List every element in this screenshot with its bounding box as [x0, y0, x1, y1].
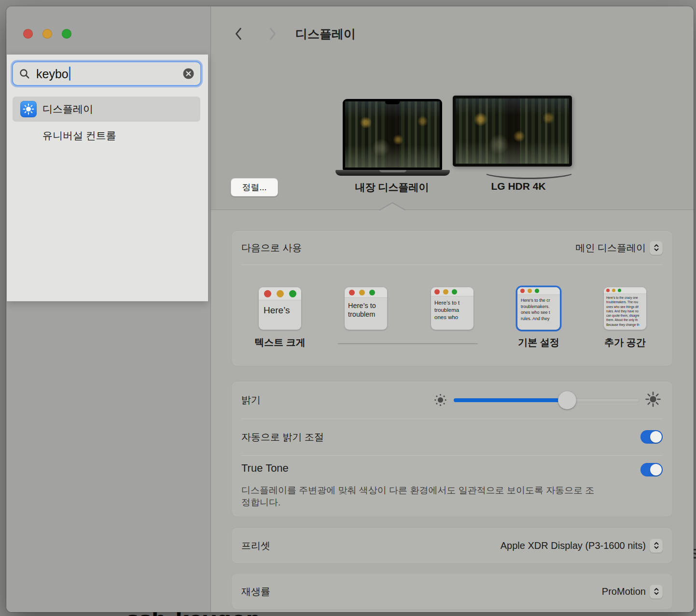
display-thumbnail-lg-hdr-4k[interactable] [453, 96, 572, 167]
refresh-rate-dropdown[interactable] [650, 585, 663, 599]
page-title: 디스플레이 [295, 26, 356, 42]
laptop-notch [385, 101, 400, 104]
text-cursor [69, 67, 70, 81]
separator [241, 265, 663, 265]
preset-label: 프리셋 [241, 539, 270, 552]
true-tone-description: 디스플레이를 주변광에 맞춰 색상이 다른 환경에서도 일관적으로 보이도록 자… [241, 484, 596, 508]
search-results-panel: keybo [7, 55, 208, 301]
scaling-option-more-space[interactable]: Here’s to the crazy one troublemakers. T… [604, 287, 646, 330]
brightness-slider[interactable] [454, 398, 640, 402]
arrange-displays-button[interactable]: 정렬... [231, 178, 278, 196]
scaling-preview: Here’s to the cr troublemakers. ones who… [517, 287, 560, 330]
clear-search-icon[interactable] [183, 68, 194, 79]
search-icon [19, 68, 30, 80]
refresh-rate-value: ProMotion [602, 586, 646, 597]
scaling-preview: Here’s to the crazy one troublemakers. T… [604, 287, 646, 330]
wallpaper-forest [345, 101, 440, 168]
search-result-display[interactable]: 디스플레이 [13, 97, 200, 122]
section-divider [211, 210, 694, 210]
minimize-button[interactable] [42, 29, 52, 39]
scaling-option-3[interactable]: Here’s to t troublema ones who [431, 287, 473, 330]
search-input-value: keybo [36, 67, 183, 81]
preset-dropdown[interactable] [650, 539, 663, 553]
preset-value: Apple XDR Display (P3-1600 nits) [501, 540, 646, 551]
true-tone-label: True Tone [241, 462, 289, 475]
auto-brightness-label: 자동으로 밝기 조절 [241, 431, 324, 444]
brightness-slider-fill [454, 398, 567, 402]
built-in-display-label: 내장 디스플레이 [324, 181, 459, 194]
laptop-base [335, 170, 450, 176]
selected-display-pointer [379, 202, 406, 212]
display-brightness-icon [20, 101, 37, 117]
scaling-preview: Here’s to t troublema ones who [431, 287, 473, 330]
system-settings-window: keybo [6, 6, 694, 612]
brightness-card: 밝기 [232, 381, 672, 517]
refresh-rate-label: 재생률 [241, 585, 270, 598]
auto-brightness-toggle[interactable] [640, 430, 663, 444]
search-result-universal-control[interactable]: 유니버설 컨트롤 [42, 128, 116, 143]
scaling-scale-line [338, 343, 478, 344]
scaling-option-default[interactable]: Here’s to the cr troublemakers. ones who… [517, 287, 560, 330]
scaling-preview: Here’s [259, 287, 301, 330]
zoom-button[interactable] [62, 29, 71, 39]
back-button[interactable] [234, 27, 243, 43]
search-result-label: 디스플레이 [42, 102, 93, 116]
refresh-rate-card: 재생률 ProMotion [232, 574, 672, 609]
brightness-slider-thumb[interactable] [558, 391, 576, 409]
sidebar: keybo [6, 6, 211, 612]
preset-card: 프리셋 Apple XDR Display (P3-1600 nits) [232, 528, 672, 563]
lg-display-label: LG HDR 4K [451, 181, 586, 192]
scaling-preview: Here’s to troublem [345, 287, 387, 330]
search-input[interactable]: keybo [12, 61, 201, 86]
use-as-value: 메인 디스플레이 [575, 241, 646, 254]
sun-bright-icon [645, 391, 661, 409]
display-thumbnail-built-in[interactable] [343, 99, 442, 170]
brightness-label: 밝기 [241, 393, 261, 406]
true-tone-toggle[interactable] [640, 463, 663, 476]
forward-button[interactable] [268, 27, 278, 43]
wallpaper-forest [456, 98, 569, 164]
scaling-label-more-space: 추가 공간 [586, 336, 664, 349]
scaling-label-larger-text: 텍스트 크게 [241, 336, 319, 349]
close-button[interactable] [23, 29, 33, 39]
scaling-label-default: 기본 설정 [500, 336, 577, 349]
laptop-groove [379, 170, 406, 172]
use-as-dropdown[interactable] [650, 241, 663, 255]
sun-dim-icon [434, 393, 447, 408]
scaling-option-larger-text[interactable]: Here’s [259, 287, 301, 330]
scaling-option-2[interactable]: Here’s to troublem [345, 287, 387, 330]
use-as-scaling-card: 다음으로 사용 메인 디스플레이 Here’s Here’s to trou [232, 231, 672, 366]
use-as-label: 다음으로 사용 [241, 241, 302, 254]
